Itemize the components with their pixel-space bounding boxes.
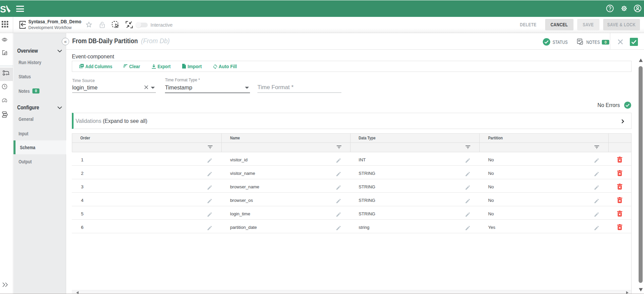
svg-text:S: S: [0, 5, 6, 13]
